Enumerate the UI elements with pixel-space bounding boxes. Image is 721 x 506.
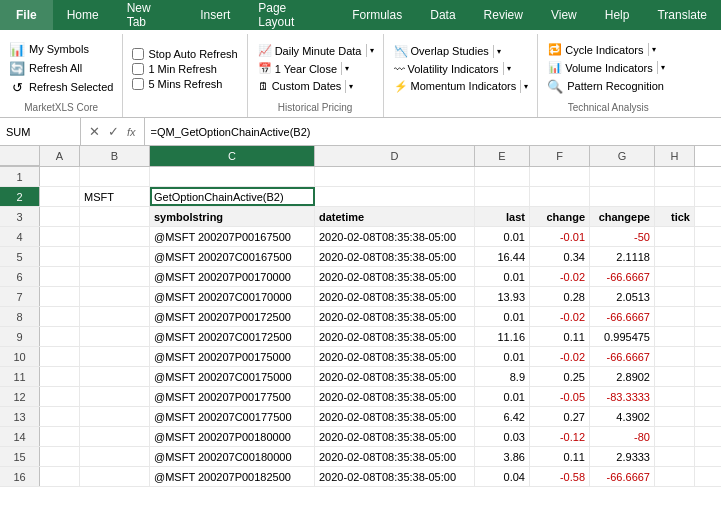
table-cell[interactable]: @MSFT 200207P00180000 — [150, 427, 315, 446]
table-cell[interactable]: -66.6667 — [590, 307, 655, 326]
row-number[interactable]: 14 — [0, 427, 40, 446]
table-cell[interactable] — [80, 327, 150, 346]
table-cell[interactable]: 2020-02-08T08:35:38-05:00 — [315, 427, 475, 446]
insert-function-icon[interactable]: fx — [125, 126, 138, 138]
row-number[interactable]: 16 — [0, 467, 40, 486]
col-header-f[interactable]: F — [530, 146, 590, 166]
table-cell[interactable] — [80, 447, 150, 466]
table-cell[interactable]: 0.27 — [530, 407, 590, 426]
table-cell[interactable]: 2020-02-08T08:35:38-05:00 — [315, 267, 475, 286]
refresh-selected-button[interactable]: ↺ Refresh Selected — [6, 78, 116, 96]
table-cell[interactable]: 16.44 — [475, 247, 530, 266]
custom-dates-button[interactable]: 🗓 Custom Dates — [254, 78, 346, 94]
table-cell[interactable]: tick — [655, 207, 695, 226]
table-cell[interactable] — [655, 287, 695, 306]
table-cell[interactable] — [40, 327, 80, 346]
row-number[interactable]: 8 — [0, 307, 40, 326]
table-cell[interactable] — [530, 167, 590, 186]
year-close-dropdown[interactable]: ▾ — [341, 62, 352, 75]
table-cell[interactable] — [40, 367, 80, 386]
table-cell[interactable]: last — [475, 207, 530, 226]
table-cell[interactable] — [475, 187, 530, 206]
table-cell[interactable]: 0.01 — [475, 227, 530, 246]
table-cell[interactable] — [40, 347, 80, 366]
row-number[interactable]: 2 — [0, 187, 40, 206]
tab-data[interactable]: Data — [416, 0, 469, 30]
table-cell[interactable] — [655, 307, 695, 326]
overlap-button[interactable]: 📉 Overlap Studies — [390, 43, 493, 60]
table-cell[interactable]: 2020-02-08T08:35:38-05:00 — [315, 367, 475, 386]
table-cell[interactable] — [475, 167, 530, 186]
custom-dates-dropdown[interactable]: ▾ — [345, 80, 356, 93]
table-cell[interactable] — [80, 247, 150, 266]
table-cell[interactable] — [40, 187, 80, 206]
table-cell[interactable]: 2020-02-08T08:35:38-05:00 — [315, 467, 475, 486]
col-header-a[interactable]: A — [40, 146, 80, 166]
row-number[interactable]: 9 — [0, 327, 40, 346]
table-cell[interactable]: changepe — [590, 207, 655, 226]
table-cell[interactable]: 0.01 — [475, 347, 530, 366]
table-cell[interactable]: GetOptionChainActive(B2) — [150, 187, 315, 206]
table-cell[interactable]: 2.8902 — [590, 367, 655, 386]
table-cell[interactable]: 2.9333 — [590, 447, 655, 466]
volume-button[interactable]: 📊 Volume Indicators — [544, 59, 656, 76]
table-cell[interactable]: 4.3902 — [590, 407, 655, 426]
col-header-d[interactable]: D — [315, 146, 475, 166]
table-cell[interactable] — [80, 227, 150, 246]
table-cell[interactable]: -0.02 — [530, 267, 590, 286]
col-header-c[interactable]: C — [150, 146, 315, 166]
table-cell[interactable] — [655, 427, 695, 446]
table-cell[interactable]: -0.12 — [530, 427, 590, 446]
row-number[interactable]: 15 — [0, 447, 40, 466]
table-cell[interactable] — [655, 167, 695, 186]
table-cell[interactable]: -83.3333 — [590, 387, 655, 406]
table-cell[interactable] — [80, 167, 150, 186]
table-cell[interactable]: -66.6667 — [590, 347, 655, 366]
table-cell[interactable]: 2020-02-08T08:35:38-05:00 — [315, 347, 475, 366]
row-number[interactable]: 6 — [0, 267, 40, 286]
table-cell[interactable] — [655, 467, 695, 486]
table-cell[interactable] — [40, 307, 80, 326]
col-header-g[interactable]: G — [590, 146, 655, 166]
confirm-formula-icon[interactable]: ✓ — [106, 124, 121, 139]
table-cell[interactable] — [655, 367, 695, 386]
volume-dropdown[interactable]: ▾ — [657, 61, 668, 74]
table-cell[interactable]: 2020-02-08T08:35:38-05:00 — [315, 227, 475, 246]
table-cell[interactable] — [40, 287, 80, 306]
table-cell[interactable]: 2020-02-08T08:35:38-05:00 — [315, 447, 475, 466]
table-cell[interactable]: 2020-02-08T08:35:38-05:00 — [315, 287, 475, 306]
table-cell[interactable]: 11.16 — [475, 327, 530, 346]
table-cell[interactable]: -0.05 — [530, 387, 590, 406]
table-cell[interactable] — [40, 387, 80, 406]
table-cell[interactable]: 0.03 — [475, 427, 530, 446]
table-cell[interactable] — [315, 187, 475, 206]
stop-auto-refresh-input[interactable] — [132, 48, 144, 60]
5min-refresh-input[interactable] — [132, 78, 144, 90]
tab-formulas[interactable]: Formulas — [338, 0, 416, 30]
table-cell[interactable] — [80, 427, 150, 446]
table-cell[interactable] — [40, 407, 80, 426]
table-cell[interactable]: @MSFT 200207P00170000 — [150, 267, 315, 286]
table-cell[interactable] — [590, 167, 655, 186]
table-cell[interactable] — [655, 347, 695, 366]
my-symbols-button[interactable]: 📊 My Symbols — [6, 40, 116, 58]
tab-help[interactable]: Help — [591, 0, 644, 30]
table-cell[interactable] — [40, 447, 80, 466]
table-cell[interactable]: 8.9 — [475, 367, 530, 386]
table-cell[interactable] — [655, 247, 695, 266]
row-number[interactable]: 1 — [0, 167, 40, 186]
table-cell[interactable]: -66.6667 — [590, 267, 655, 286]
table-cell[interactable]: @MSFT 200207P00175000 — [150, 347, 315, 366]
table-cell[interactable]: datetime — [315, 207, 475, 226]
table-cell[interactable]: 0.04 — [475, 467, 530, 486]
momentum-dropdown[interactable]: ▾ — [520, 80, 531, 93]
table-cell[interactable]: @MSFT 200207C00167500 — [150, 247, 315, 266]
table-cell[interactable] — [80, 307, 150, 326]
pattern-button[interactable]: 🔍 Pattern Recognition — [544, 77, 672, 95]
col-header-h[interactable]: H — [655, 146, 695, 166]
table-cell[interactable]: @MSFT 200207C00170000 — [150, 287, 315, 306]
table-cell[interactable] — [80, 287, 150, 306]
tab-insert[interactable]: Insert — [186, 0, 244, 30]
col-header-b[interactable]: B — [80, 146, 150, 166]
table-cell[interactable] — [655, 227, 695, 246]
